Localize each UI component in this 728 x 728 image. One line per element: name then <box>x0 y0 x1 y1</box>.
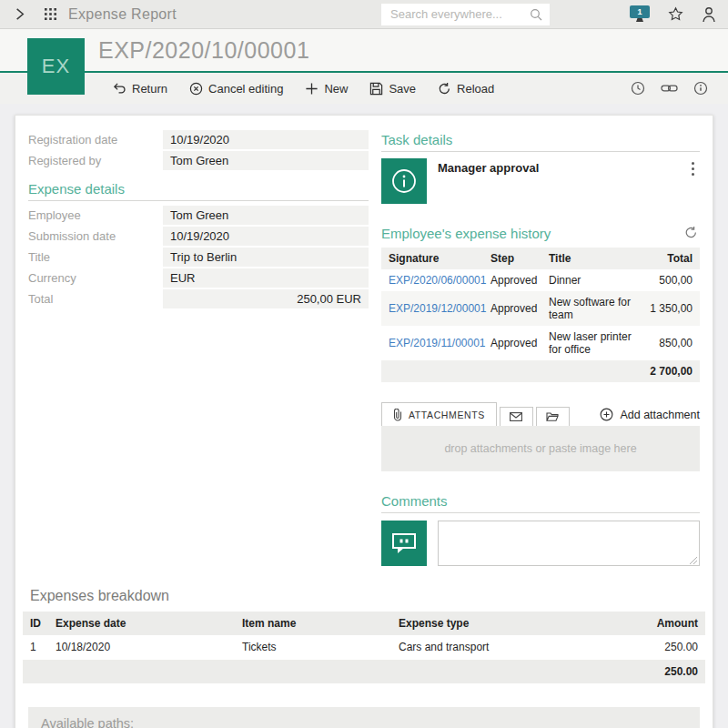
form-left-column: Registration date 10/19/2020 Registered … <box>28 130 369 310</box>
comment-textarea[interactable] <box>438 521 700 566</box>
refresh-icon[interactable] <box>682 224 700 241</box>
apps-grid-icon[interactable] <box>44 7 57 21</box>
available-paths-section: Available paths: Approve Reject Request … <box>28 707 700 728</box>
breakdown-total: 250.00 <box>598 665 698 678</box>
id-cell: 1 <box>30 641 56 653</box>
step-cell: Approved <box>490 337 549 349</box>
field-value[interactable]: EUR <box>163 268 369 288</box>
field-label: Submission date <box>28 227 163 246</box>
breakdown-table-header: ID Expense date Item name Expense type A… <box>23 612 705 635</box>
column-header[interactable]: Amount <box>598 617 698 630</box>
column-header[interactable]: Title <box>549 252 638 265</box>
comments-section-title: Comments <box>381 486 700 513</box>
paperclip-icon <box>393 409 402 421</box>
record-link[interactable]: EXP/2019/12/00001 <box>389 302 486 315</box>
field-value[interactable]: 10/19/2020 <box>163 130 369 149</box>
field-currency: Currency EUR <box>28 268 369 288</box>
column-header[interactable]: Expense date <box>56 617 242 630</box>
tab-mail[interactable] <box>500 407 533 426</box>
field-value[interactable]: 10/19/2020 <box>163 227 369 246</box>
step-cell: Approved <box>490 274 549 287</box>
field-label: Total <box>28 289 163 308</box>
field-employee: Employee Tom Green <box>28 206 369 225</box>
grand-total: 2 700,00 <box>638 365 693 378</box>
expenses-breakdown-section: Expenses breakdown ID Expense date Item … <box>23 588 705 683</box>
new-button[interactable]: New <box>294 82 359 96</box>
page-title: EXP/2020/10/00001 <box>98 37 309 64</box>
return-label: Return <box>132 82 167 96</box>
sidebar-expand-icon[interactable] <box>12 6 27 22</box>
record-header: EX EXP/2020/10/00001 <box>0 29 728 73</box>
breakdown-table-row[interactable]: 1 10/18/2020 Tickets Cars and transport … <box>23 635 705 659</box>
favorites-star-icon[interactable] <box>667 5 684 23</box>
record-link[interactable]: EXP/2020/06/00001 <box>389 274 486 287</box>
topbar-right-icons: 1 <box>630 5 716 23</box>
add-attachment-button[interactable]: Add attachment <box>600 408 700 421</box>
link-icon[interactable] <box>661 83 678 94</box>
search-box[interactable] <box>381 4 550 25</box>
field-label: Registered by <box>28 151 163 170</box>
field-value[interactable]: 250,00 EUR <box>163 289 369 308</box>
search-input[interactable] <box>389 6 530 22</box>
notifications-monitor-icon[interactable]: 1 <box>630 5 650 23</box>
history-clock-icon[interactable] <box>631 81 645 96</box>
history-table-row: EXP/2019/12/00001 Approved New software … <box>381 291 700 326</box>
total-cell: 1 350,00 <box>638 302 693 315</box>
expense-details-section-title: Expense details <box>28 174 369 201</box>
search-icon[interactable] <box>530 8 542 21</box>
available-paths-title: Available paths: <box>41 716 687 728</box>
app-title: Expense Report <box>68 6 177 23</box>
folder-open-icon <box>546 412 559 421</box>
column-header[interactable]: ID <box>30 617 56 630</box>
field-value[interactable]: Trip to Berlin <box>163 248 369 267</box>
save-button[interactable]: Save <box>359 82 427 96</box>
field-value[interactable]: Tom Green <box>163 151 369 170</box>
field-registered-by: Registered by Tom Green <box>28 151 369 170</box>
user-icon[interactable] <box>702 6 716 23</box>
task-info-icon <box>381 158 427 204</box>
title-cell: New laser printer for office <box>549 330 638 356</box>
total-cell: 850,00 <box>638 337 693 349</box>
breakdown-section-title: Expenses breakdown <box>30 588 705 604</box>
date-cell: 10/18/2020 <box>56 641 242 653</box>
field-value[interactable]: Tom Green <box>163 206 369 225</box>
column-header[interactable]: Signature <box>389 252 490 265</box>
return-button[interactable]: Return <box>102 82 178 96</box>
field-title: Title Trip to Berlin <box>28 248 369 267</box>
reload-button[interactable]: Reload <box>427 82 505 96</box>
attachments-dropzone[interactable]: drop attachments or paste image here <box>381 426 700 471</box>
record-link[interactable]: EXP/2019/11/00001 <box>389 337 486 349</box>
new-label: New <box>324 82 348 96</box>
column-header[interactable]: Step <box>490 252 549 265</box>
field-label: Employee <box>28 206 163 225</box>
amount-cell: 250.00 <box>598 641 698 653</box>
task-name[interactable]: Manager approval <box>438 158 686 204</box>
field-submission-date: Submission date 10/19/2020 <box>28 227 369 246</box>
task-row: Manager approval <box>381 158 700 204</box>
field-label: Registration date <box>28 130 163 149</box>
field-total: Total 250,00 EUR <box>28 289 369 308</box>
column-header[interactable]: Expense type <box>399 617 598 630</box>
column-header[interactable]: Item name <box>242 617 399 630</box>
column-header[interactable]: Total <box>638 252 693 265</box>
kebab-menu-icon[interactable] <box>686 158 700 179</box>
tab-folder[interactable] <box>536 407 570 426</box>
history-table-row: EXP/2020/06/00001 Approved Dinner 500,00 <box>381 269 700 291</box>
item-cell: Tickets <box>242 641 399 653</box>
step-cell: Approved <box>490 302 549 315</box>
attachments-tab-label: ATTACHMENTS <box>409 410 485 420</box>
add-attachment-label: Add attachment <box>620 409 700 421</box>
field-label: Title <box>28 248 163 267</box>
record-avatar: EX <box>27 38 85 95</box>
tab-attachments[interactable]: ATTACHMENTS <box>381 402 497 426</box>
attachments-section: ATTACHMENTS Add attachment drop attachme… <box>381 402 700 471</box>
title-cell: Dinner <box>549 274 638 287</box>
field-label: Currency <box>28 268 163 288</box>
cancel-editing-button[interactable]: Cancel editing <box>178 82 294 96</box>
task-details-section-title: Task details <box>381 130 700 152</box>
expense-history-section-title: Employee's expense history <box>381 226 551 241</box>
title-cell: New software for team <box>549 296 638 321</box>
comment-bubble-icon <box>381 521 427 566</box>
info-icon[interactable] <box>693 81 708 96</box>
save-label: Save <box>389 82 416 96</box>
